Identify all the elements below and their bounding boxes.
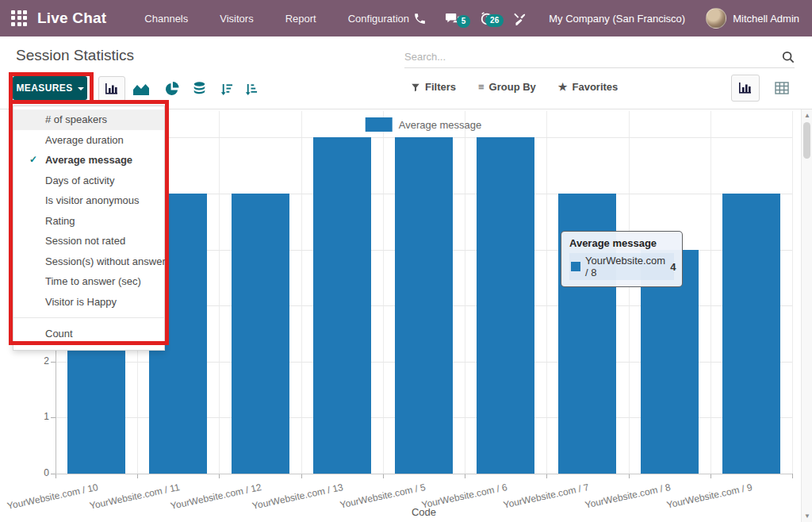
check-icon: ✓ [29, 150, 37, 171]
measure-item[interactable]: Time to answer (sec) [13, 271, 164, 292]
favorites-menu[interactable]: ★ Favorites [558, 81, 618, 93]
measure-item[interactable]: Days of activity [13, 171, 164, 191]
measures-button-label: MEASURES [16, 83, 72, 94]
apps-menu-icon[interactable] [11, 10, 28, 27]
chart-legend[interactable]: Average message [366, 117, 482, 132]
group-by-label: Group By [489, 81, 536, 93]
filters-menu[interactable]: Filters [411, 81, 456, 93]
vertical-gridline [301, 111, 302, 474]
bar-yourwebsite-com-6[interactable] [477, 137, 534, 474]
scrollbar-thumb[interactable] [803, 122, 810, 159]
legend-label: Average message [399, 119, 482, 131]
bar-yourwebsite-com-13[interactable] [313, 137, 371, 474]
vertical-gridline [710, 111, 711, 474]
vertical-gridline [383, 111, 384, 474]
y-tick-label: 2 [30, 355, 49, 367]
pie-chart-type-button[interactable] [158, 76, 185, 102]
vertical-gridline [219, 111, 220, 474]
vertical-gridline [465, 111, 465, 474]
filter-icon [411, 83, 420, 92]
scroll-up-icon[interactable]: ▲ [802, 112, 812, 119]
y-tick-label: 1 [30, 411, 49, 422]
measure-item[interactable]: Visitor is Happy [13, 292, 164, 313]
sort-ascending-button[interactable] [237, 76, 264, 102]
search-placeholder: Search... [404, 51, 782, 63]
bar-yourwebsite-com-5[interactable] [395, 137, 453, 474]
phone-icon[interactable] [404, 12, 436, 25]
legend-swatch[interactable] [366, 117, 393, 132]
tooltip-swatch [571, 262, 580, 271]
stacked-toggle-button[interactable] [186, 76, 213, 102]
nav-menu: ChannelsVisitorsReportConfiguration [128, 2, 425, 36]
caret-down-icon [78, 87, 84, 90]
bar-chart-type-button[interactable] [98, 76, 125, 102]
plot-area: 0123456YourWebsite.com / 10YourWebsite.c… [56, 109, 792, 522]
nav-item-channels[interactable]: Channels [128, 2, 204, 36]
search-input[interactable]: Search... [404, 46, 795, 68]
bar-yourwebsite-com-9[interactable] [722, 194, 780, 474]
activities-badge: 26 [485, 14, 504, 27]
messages-icon[interactable]: 5 [436, 12, 470, 25]
tooltip-title: Average message [569, 237, 674, 249]
app-name[interactable]: Live Chat [37, 10, 106, 27]
company-switcher[interactable]: My Company (San Francisco) [549, 13, 685, 25]
messages-badge: 5 [457, 15, 471, 28]
page-title: Session Statistics [16, 47, 134, 64]
nav-item-visitors[interactable]: Visitors [204, 2, 269, 36]
top-navbar: Live Chat ChannelsVisitorsReportConfigur… [0, 0, 812, 36]
measure-item[interactable]: Is visitor anonymous [13, 190, 164, 211]
menu-divider [13, 317, 164, 318]
filters-label: Filters [425, 81, 456, 93]
vertical-scrollbar[interactable]: ▲ ▼ [801, 109, 812, 522]
measure-item[interactable]: ✓Average message [13, 150, 164, 171]
line-chart-type-button[interactable] [128, 76, 155, 102]
group-by-icon: ≡ [478, 81, 485, 93]
x-axis-tick [792, 474, 793, 478]
tooltip-value: 4 [670, 261, 676, 273]
control-panel: Session Statistics Search... MEASURES Fi… [0, 36, 812, 109]
nav-item-report[interactable]: Report [270, 2, 332, 36]
user-avatar[interactable] [706, 8, 726, 29]
vertical-gridline [546, 111, 547, 474]
graph-view-button[interactable] [731, 75, 760, 102]
scroll-down-icon[interactable]: ▼ [802, 512, 812, 520]
sort-descending-button[interactable] [213, 76, 239, 102]
x-axis-title: Code [56, 506, 792, 518]
measure-item-count[interactable]: Count [13, 324, 164, 344]
y-tick-label: 0 [30, 467, 49, 478]
measure-item[interactable]: Average duration [13, 130, 164, 151]
bar-yourwebsite-com-12[interactable] [232, 194, 289, 474]
activities-icon[interactable]: 26 [470, 11, 504, 25]
measures-dropdown: # of speakersAverage duration✓Average me… [13, 106, 165, 351]
tooltip-label: YourWebsite.com / 8 [585, 255, 665, 278]
search-icon[interactable] [782, 51, 795, 63]
measure-item[interactable]: # of speakers [13, 109, 164, 130]
measure-item[interactable]: Rating [13, 211, 164, 232]
user-menu[interactable]: Mitchell Admin [733, 13, 799, 25]
tools-icon[interactable] [504, 12, 536, 25]
star-icon: ★ [558, 81, 568, 93]
favorites-label: Favorites [573, 81, 619, 93]
vertical-gridline [792, 111, 793, 474]
measure-item[interactable]: Session not rated [13, 231, 164, 251]
measure-item[interactable]: Session(s) without answer [13, 251, 164, 272]
pivot-view-button[interactable] [768, 75, 796, 102]
chart-tooltip: Average message YourWebsite.com / 8 4 [561, 231, 683, 287]
measures-button[interactable]: MEASURES [13, 76, 87, 100]
group-by-menu[interactable]: ≡ Group By [478, 81, 536, 93]
x-axis-line [56, 474, 792, 474]
vertical-gridline [629, 111, 630, 474]
